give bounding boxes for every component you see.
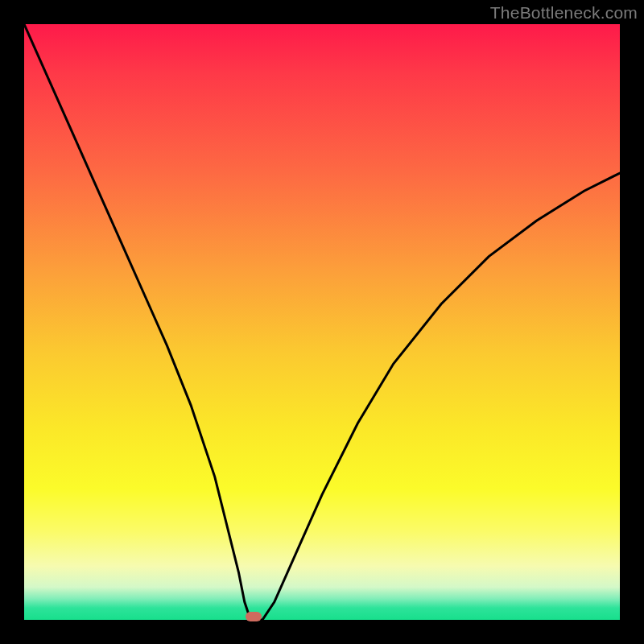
plot-area (24, 24, 620, 620)
curve-path (24, 24, 620, 620)
chart-frame: TheBottleneck.com (0, 0, 644, 644)
min-point-marker (246, 612, 262, 621)
bottleneck-curve (24, 24, 620, 620)
watermark-text: TheBottleneck.com (490, 3, 638, 23)
